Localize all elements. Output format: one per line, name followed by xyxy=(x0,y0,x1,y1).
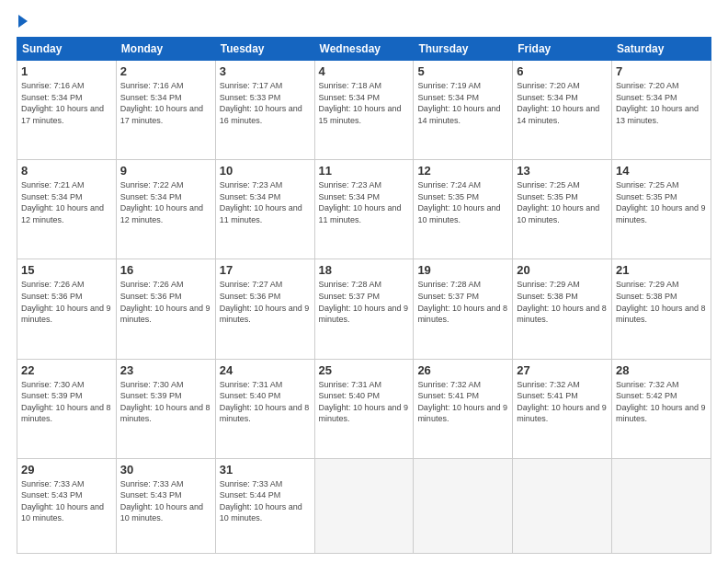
calendar-cell: 18Sunrise: 7:28 AMSunset: 5:37 PMDayligh… xyxy=(314,259,414,359)
day-number: 23 xyxy=(120,363,211,377)
calendar-cell xyxy=(513,458,612,553)
day-info: Sunrise: 7:26 AMSunset: 5:36 PMDaylight:… xyxy=(21,279,112,325)
calendar-cell: 31Sunrise: 7:33 AMSunset: 5:44 PMDayligh… xyxy=(215,458,314,553)
calendar-cell: 4Sunrise: 7:18 AMSunset: 5:34 PMDaylight… xyxy=(314,61,414,160)
day-number: 14 xyxy=(616,164,707,178)
calendar-cell: 11Sunrise: 7:23 AMSunset: 5:34 PMDayligh… xyxy=(314,160,414,259)
calendar-cell: 10Sunrise: 7:23 AMSunset: 5:34 PMDayligh… xyxy=(215,160,314,259)
day-info: Sunrise: 7:33 AMSunset: 5:44 PMDaylight:… xyxy=(220,478,311,524)
day-number: 28 xyxy=(616,363,707,377)
header xyxy=(17,17,711,28)
day-number: 15 xyxy=(21,263,112,277)
day-info: Sunrise: 7:30 AMSunset: 5:39 PMDaylight:… xyxy=(21,379,112,425)
calendar-cell: 26Sunrise: 7:32 AMSunset: 5:41 PMDayligh… xyxy=(414,359,513,458)
calendar-cell: 15Sunrise: 7:26 AMSunset: 5:36 PMDayligh… xyxy=(17,259,117,359)
calendar-cell: 28Sunrise: 7:32 AMSunset: 5:42 PMDayligh… xyxy=(612,359,711,458)
day-number: 5 xyxy=(417,64,508,78)
calendar-cell: 19Sunrise: 7:28 AMSunset: 5:37 PMDayligh… xyxy=(414,259,513,359)
week-row-5: 29Sunrise: 7:33 AMSunset: 5:43 PMDayligh… xyxy=(17,458,711,553)
day-info: Sunrise: 7:23 AMSunset: 5:34 PMDaylight:… xyxy=(319,179,410,225)
calendar-cell: 14Sunrise: 7:25 AMSunset: 5:35 PMDayligh… xyxy=(612,160,711,259)
calendar-cell: 3Sunrise: 7:17 AMSunset: 5:33 PMDaylight… xyxy=(215,61,314,160)
day-number: 3 xyxy=(220,64,311,78)
day-number: 7 xyxy=(616,64,707,78)
calendar-cell xyxy=(612,458,711,553)
calendar-cell: 30Sunrise: 7:33 AMSunset: 5:43 PMDayligh… xyxy=(116,458,215,553)
calendar-cell: 16Sunrise: 7:26 AMSunset: 5:36 PMDayligh… xyxy=(116,259,215,359)
calendar-cell: 2Sunrise: 7:16 AMSunset: 5:34 PMDaylight… xyxy=(116,61,215,160)
calendar-cell: 5Sunrise: 7:19 AMSunset: 5:34 PMDaylight… xyxy=(414,61,513,160)
day-number: 26 xyxy=(417,363,508,377)
calendar-body: 1Sunrise: 7:16 AMSunset: 5:34 PMDaylight… xyxy=(17,61,711,554)
day-info: Sunrise: 7:29 AMSunset: 5:38 PMDaylight:… xyxy=(616,279,707,325)
day-info: Sunrise: 7:32 AMSunset: 5:42 PMDaylight:… xyxy=(616,379,707,425)
page: SundayMondayTuesdayWednesdayThursdayFrid… xyxy=(0,0,728,563)
day-info: Sunrise: 7:31 AMSunset: 5:40 PMDaylight:… xyxy=(319,379,410,425)
day-info: Sunrise: 7:32 AMSunset: 5:41 PMDaylight:… xyxy=(417,379,508,425)
day-header-sunday: Sunday xyxy=(17,38,117,61)
day-info: Sunrise: 7:30 AMSunset: 5:39 PMDaylight:… xyxy=(120,379,211,425)
logo-arrow-icon xyxy=(18,15,28,28)
day-number: 1 xyxy=(21,64,112,78)
day-info: Sunrise: 7:25 AMSunset: 5:35 PMDaylight:… xyxy=(517,179,608,225)
day-info: Sunrise: 7:27 AMSunset: 5:36 PMDaylight:… xyxy=(220,279,311,325)
calendar-cell: 29Sunrise: 7:33 AMSunset: 5:43 PMDayligh… xyxy=(17,458,117,553)
day-info: Sunrise: 7:23 AMSunset: 5:34 PMDaylight:… xyxy=(220,179,311,225)
week-row-4: 22Sunrise: 7:30 AMSunset: 5:39 PMDayligh… xyxy=(17,359,711,458)
day-number: 21 xyxy=(616,263,707,277)
calendar-table: SundayMondayTuesdayWednesdayThursdayFrid… xyxy=(17,37,711,554)
day-info: Sunrise: 7:17 AMSunset: 5:33 PMDaylight:… xyxy=(220,80,311,126)
day-info: Sunrise: 7:16 AMSunset: 5:34 PMDaylight:… xyxy=(120,80,211,126)
calendar-cell: 13Sunrise: 7:25 AMSunset: 5:35 PMDayligh… xyxy=(513,160,612,259)
calendar-cell: 1Sunrise: 7:16 AMSunset: 5:34 PMDaylight… xyxy=(17,61,117,160)
calendar-cell xyxy=(314,458,414,553)
day-number: 12 xyxy=(417,164,508,178)
day-number: 10 xyxy=(220,164,311,178)
day-info: Sunrise: 7:19 AMSunset: 5:34 PMDaylight:… xyxy=(417,80,508,126)
day-number: 20 xyxy=(517,263,608,277)
day-header-monday: Monday xyxy=(116,38,215,61)
week-row-1: 1Sunrise: 7:16 AMSunset: 5:34 PMDaylight… xyxy=(17,61,711,160)
day-info: Sunrise: 7:21 AMSunset: 5:34 PMDaylight:… xyxy=(21,179,112,225)
day-number: 30 xyxy=(120,463,211,477)
day-info: Sunrise: 7:26 AMSunset: 5:36 PMDaylight:… xyxy=(120,279,211,325)
day-number: 31 xyxy=(220,463,311,477)
week-row-2: 8Sunrise: 7:21 AMSunset: 5:34 PMDaylight… xyxy=(17,160,711,259)
day-header-thursday: Thursday xyxy=(414,38,513,61)
calendar-cell: 22Sunrise: 7:30 AMSunset: 5:39 PMDayligh… xyxy=(17,359,117,458)
calendar-cell: 23Sunrise: 7:30 AMSunset: 5:39 PMDayligh… xyxy=(116,359,215,458)
day-info: Sunrise: 7:31 AMSunset: 5:40 PMDaylight:… xyxy=(220,379,311,425)
day-header-tuesday: Tuesday xyxy=(215,38,314,61)
day-number: 13 xyxy=(517,164,608,178)
day-info: Sunrise: 7:16 AMSunset: 5:34 PMDaylight:… xyxy=(21,80,112,126)
logo xyxy=(17,17,28,28)
day-header-saturday: Saturday xyxy=(612,38,711,61)
day-number: 25 xyxy=(319,363,410,377)
day-info: Sunrise: 7:28 AMSunset: 5:37 PMDaylight:… xyxy=(319,279,410,325)
day-number: 11 xyxy=(319,164,410,178)
calendar-cell: 7Sunrise: 7:20 AMSunset: 5:34 PMDaylight… xyxy=(612,61,711,160)
day-info: Sunrise: 7:24 AMSunset: 5:35 PMDaylight:… xyxy=(417,179,508,225)
calendar-cell: 24Sunrise: 7:31 AMSunset: 5:40 PMDayligh… xyxy=(215,359,314,458)
day-number: 9 xyxy=(120,164,211,178)
day-number: 17 xyxy=(220,263,311,277)
calendar-cell: 12Sunrise: 7:24 AMSunset: 5:35 PMDayligh… xyxy=(414,160,513,259)
day-header-wednesday: Wednesday xyxy=(314,38,414,61)
calendar-cell: 25Sunrise: 7:31 AMSunset: 5:40 PMDayligh… xyxy=(314,359,414,458)
calendar-cell: 21Sunrise: 7:29 AMSunset: 5:38 PMDayligh… xyxy=(612,259,711,359)
day-number: 22 xyxy=(21,363,112,377)
day-number: 29 xyxy=(21,463,112,477)
calendar-cell xyxy=(414,458,513,553)
day-info: Sunrise: 7:28 AMSunset: 5:37 PMDaylight:… xyxy=(417,279,508,325)
day-number: 27 xyxy=(517,363,608,377)
day-number: 6 xyxy=(517,64,608,78)
day-number: 4 xyxy=(319,64,410,78)
calendar-cell: 17Sunrise: 7:27 AMSunset: 5:36 PMDayligh… xyxy=(215,259,314,359)
day-info: Sunrise: 7:29 AMSunset: 5:38 PMDaylight:… xyxy=(517,279,608,325)
day-number: 19 xyxy=(417,263,508,277)
day-number: 24 xyxy=(220,363,311,377)
day-info: Sunrise: 7:32 AMSunset: 5:41 PMDaylight:… xyxy=(517,379,608,425)
day-info: Sunrise: 7:33 AMSunset: 5:43 PMDaylight:… xyxy=(21,478,112,524)
calendar-cell: 20Sunrise: 7:29 AMSunset: 5:38 PMDayligh… xyxy=(513,259,612,359)
day-number: 8 xyxy=(21,164,112,178)
